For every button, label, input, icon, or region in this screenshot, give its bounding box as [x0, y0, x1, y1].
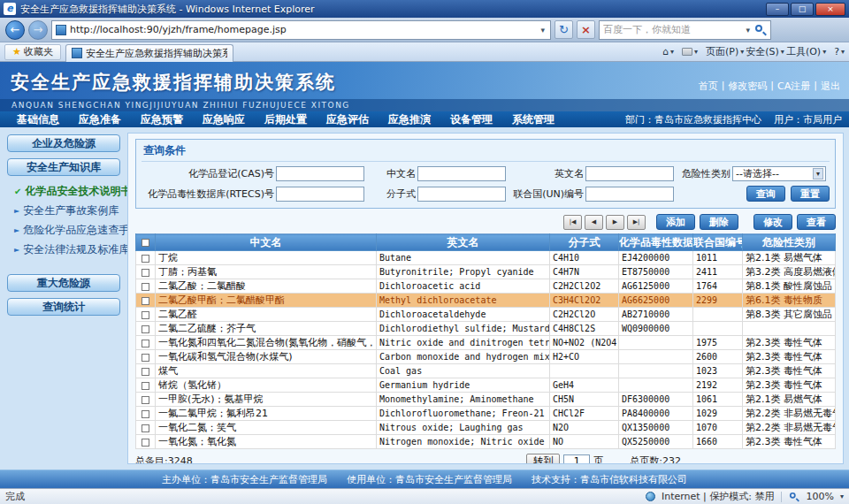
- un-number-input[interactable]: [585, 187, 674, 202]
- menu-item-应急预警[interactable]: 应急预警: [131, 112, 193, 127]
- chinese-name-input[interactable]: [417, 166, 506, 181]
- table-row[interactable]: 丁腈；丙基氰Butyronitrile; Propyl cyanideC4H7N…: [136, 265, 836, 279]
- column-header[interactable]: 危险性类别: [743, 234, 836, 251]
- sidebar-link[interactable]: ►安全生产事故案例库: [5, 202, 122, 221]
- rtecs-number-input[interactable]: [276, 187, 364, 202]
- column-header[interactable]: 英文名: [377, 234, 550, 251]
- reset-button[interactable]: 重置: [791, 186, 830, 202]
- menu-item-基础信息[interactable]: 基础信息: [7, 112, 69, 127]
- next-page-button[interactable]: ▶: [606, 215, 624, 230]
- search-button[interactable]: 查询: [746, 186, 785, 202]
- sidebar-button[interactable]: 企业及危险源: [7, 134, 120, 152]
- table-row[interactable]: 一氧化氮和四氧化二氮混合物(氮氧化物，硝酸气，氧化氮气体)Nitric oxid…: [136, 336, 836, 350]
- sidebar-link[interactable]: ✔化学品安全技术说明书: [5, 182, 122, 202]
- menu-item-设备管理[interactable]: 设备管理: [440, 112, 502, 127]
- address-url-input[interactable]: [70, 24, 535, 35]
- last-page-button[interactable]: ▶|: [627, 215, 646, 230]
- sidebar-link[interactable]: ►危险化学品应急速查手...: [5, 221, 122, 241]
- first-page-button[interactable]: |◀: [563, 215, 582, 230]
- browser-tab[interactable]: 安全生产应急救援指挥辅助决策系统: [65, 44, 233, 62]
- stop-button[interactable]: ×: [577, 20, 595, 39]
- ca-register-link[interactable]: CA注册: [777, 80, 810, 93]
- sidebar-button[interactable]: 查询统计: [7, 298, 120, 316]
- menu-item-应急评估[interactable]: 应急评估: [317, 112, 379, 127]
- menu-item-应急推演[interactable]: 应急推演: [379, 112, 440, 127]
- table-row[interactable]: 一氟二氯甲烷；氟利昂21Dichlorofluoromethane; Freon…: [136, 407, 836, 421]
- row-checkbox[interactable]: [142, 424, 149, 432]
- zoom-level[interactable]: 100%: [807, 491, 834, 502]
- search-icon[interactable]: [754, 24, 767, 36]
- cas-number-input[interactable]: [276, 166, 364, 181]
- row-checkbox[interactable]: [142, 368, 149, 376]
- column-header[interactable]: 联合国编号: [693, 234, 743, 251]
- table-row[interactable]: 二氯二乙硫醚；芥子气Dichlorodiethyl sulfide; Musta…: [136, 322, 836, 336]
- search-dropdown-icon[interactable]: ▾: [744, 26, 752, 34]
- menu-item-应急准备[interactable]: 应急准备: [69, 112, 131, 127]
- table-row[interactable]: 锗烷（氢化锗）Germanium hydrideGeH42192第2.3类 毒性…: [136, 378, 836, 393]
- page-number-input[interactable]: [563, 454, 590, 465]
- tools-menu-button[interactable]: 工具(O) ▾: [786, 45, 826, 58]
- row-checkbox[interactable]: [142, 396, 149, 404]
- sidebar-button[interactable]: 重大危险源: [7, 274, 120, 292]
- row-checkbox[interactable]: [142, 439, 149, 447]
- view-button[interactable]: 查看: [797, 214, 836, 230]
- select-all-checkbox[interactable]: [142, 239, 149, 247]
- table-row[interactable]: 二氯乙酸；二氯醋酸Dichloroacetic acidC2H2Cl2O2AG6…: [136, 279, 836, 294]
- back-button[interactable]: ←: [5, 20, 25, 40]
- prev-page-button[interactable]: ◀: [585, 215, 603, 230]
- print-button[interactable]: ▾: [682, 48, 698, 56]
- table-row[interactable]: 二氯乙醛DichloroacetaldehydeC2H2Cl2OAB271000…: [136, 308, 836, 322]
- delete-button[interactable]: 删除: [700, 214, 738, 230]
- sidebar-button[interactable]: 安全生产知识库: [7, 158, 120, 176]
- search-box[interactable]: ▾: [599, 20, 771, 40]
- maximize-button[interactable]: □: [791, 3, 814, 16]
- row-checkbox[interactable]: [142, 297, 149, 305]
- row-checkbox[interactable]: [142, 255, 149, 263]
- search-input[interactable]: [603, 24, 741, 35]
- table-row[interactable]: 一氧化二氮；笑气Nitrous oxide; Laughing gasN2OQX…: [136, 421, 836, 435]
- table-row[interactable]: 丁烷ButaneC4H10EJ42000001011第2.1类 易燃气体: [136, 251, 836, 265]
- menu-item-后期处置[interactable]: 后期处置: [255, 112, 317, 127]
- session-info: 部门：青岛市应急救援指挥中心 用户：市局用户: [625, 113, 842, 126]
- hazard-class-select[interactable]: --请选择--▾: [732, 166, 826, 181]
- change-password-link[interactable]: 修改密码: [728, 80, 767, 93]
- zoom-dropdown-icon[interactable]: ▾: [840, 493, 844, 500]
- safety-menu-button[interactable]: 安全(S) ▾: [746, 45, 784, 58]
- row-checkbox[interactable]: [142, 410, 149, 418]
- table-row[interactable]: 二氯乙酸甲酯；二氯醋酸甲酯Methyl dichloroacetateC3H4C…: [136, 294, 836, 308]
- menu-item-应急响应[interactable]: 应急响应: [193, 112, 255, 127]
- close-button[interactable]: ×: [815, 3, 845, 16]
- table-row[interactable]: 煤气Coal gas1023第2.3类 毒性气体: [136, 364, 836, 378]
- row-checkbox[interactable]: [142, 269, 149, 277]
- table-row[interactable]: 一氧化氮；氧化氮Nitrogen monoxide; Nitric oxideN…: [136, 435, 836, 449]
- forward-button[interactable]: →: [28, 20, 48, 40]
- row-checkbox[interactable]: [142, 382, 149, 390]
- row-checkbox[interactable]: [142, 283, 149, 291]
- page-menu-button[interactable]: 页面(P) ▾: [706, 45, 744, 58]
- address-dropdown-icon[interactable]: ▾: [539, 26, 547, 34]
- sidebar-link[interactable]: ►安全法律法规及标准库: [5, 241, 122, 260]
- column-header[interactable]: 化学品毒性数据...: [619, 234, 693, 251]
- minimize-button[interactable]: –: [766, 3, 789, 16]
- logout-link[interactable]: 退出: [821, 80, 840, 93]
- menu-item-系统管理[interactable]: 系统管理: [502, 112, 564, 127]
- table-row[interactable]: 一氧化碳和氢气混合物(水煤气)Carbon monoxide and hydro…: [136, 350, 836, 364]
- row-checkbox[interactable]: [142, 354, 149, 362]
- add-button[interactable]: 添加: [656, 214, 695, 230]
- modify-button[interactable]: 修改: [753, 214, 792, 230]
- row-checkbox[interactable]: [142, 325, 149, 333]
- row-checkbox[interactable]: [142, 340, 149, 347]
- english-name-input[interactable]: [585, 166, 674, 181]
- formula-input[interactable]: [417, 187, 506, 202]
- home-button[interactable]: ⌂ ▾: [662, 46, 674, 57]
- refresh-button[interactable]: ↻: [555, 20, 573, 39]
- row-checkbox[interactable]: [142, 311, 149, 319]
- address-bar[interactable]: ▾: [51, 20, 551, 40]
- help-button[interactable]: ? ▾: [834, 46, 845, 57]
- table-row[interactable]: 一甲胺(无水)；氨基甲烷Monomethylamine; Aminomethan…: [136, 393, 836, 407]
- column-header[interactable]: 分子式: [550, 234, 619, 251]
- home-link[interactable]: 首页: [699, 80, 718, 93]
- goto-page-button[interactable]: 转到: [526, 454, 560, 464]
- column-header[interactable]: 中文名: [156, 234, 377, 251]
- favorites-button[interactable]: ★ 收藏夹: [4, 44, 61, 60]
